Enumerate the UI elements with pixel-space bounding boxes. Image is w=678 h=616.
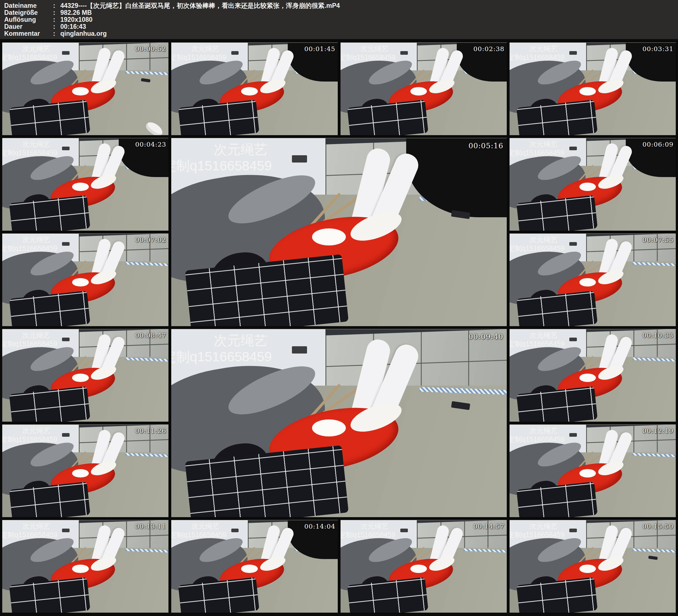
watermark: 次元绳艺 定制q1516658459 (341, 44, 396, 62)
watermark: 次元绳艺 定制q1516658459 (171, 142, 272, 174)
video-thumbnail[interactable]: 次元绳艺 定制q1516658459 00:13:11 (2, 520, 168, 613)
watermark-line2: 定制q1516658459 (2, 53, 57, 62)
watermark-line2: 定制q1516658459 (2, 531, 57, 539)
watermark: 次元绳艺 定制q1516658459 (510, 44, 565, 62)
wall-socket-shape (62, 338, 70, 341)
watermark-line1: 次元绳艺 (510, 426, 565, 435)
timestamp-overlay: 00:07:02 (135, 236, 166, 243)
timestamp-overlay: 00:14:57 (473, 523, 504, 530)
video-thumbnail[interactable]: 次元绳艺 定制q1516658459 00:14:04 (171, 520, 337, 613)
fur-collar-shape (579, 87, 596, 95)
fur-collar-shape (579, 469, 596, 477)
fur-collar-shape (579, 374, 596, 382)
file-info-header: Dateiname : 44329----【次元绳艺】白丝圣诞双马尾，初次体验棒… (0, 0, 678, 39)
separator: : (53, 30, 60, 37)
file-info-row-duration: Dauer : 00:16:43 (4, 23, 678, 30)
timestamp-overlay: 00:04:23 (135, 141, 166, 148)
video-thumbnail[interactable]: 次元绳艺 定制q1516658459 00:06:09 (510, 138, 676, 231)
watermark: 次元绳艺 定制q1516658459 (510, 331, 565, 348)
watermark-line1: 次元绳艺 (171, 142, 272, 158)
watermark-line1: 次元绳艺 (510, 331, 565, 340)
watermark: 次元绳艺 定制q1516658459 (2, 426, 57, 444)
timestamp-overlay: 00:00:52 (135, 45, 166, 52)
wall-socket-shape (569, 242, 577, 246)
fur-collar-shape (579, 565, 596, 573)
filesize-label: Dateigröße (4, 9, 53, 16)
comment-value: qinglanhua.org (60, 30, 678, 37)
timestamp-overlay: 00:13:11 (135, 523, 166, 530)
fur-collar-shape (410, 565, 427, 573)
video-thumbnail[interactable]: 次元绳艺 定制q1516658459 00:14:57 (341, 520, 507, 613)
fur-collar-shape (579, 183, 596, 191)
resolution-label: Auflösung (4, 16, 53, 23)
wall-socket-shape (62, 242, 70, 246)
wall-socket-shape (400, 529, 408, 532)
watermark-line2: 定制q1516658459 (2, 435, 57, 444)
video-thumbnail[interactable]: 次元绳艺 定制q1516658459 00:10:33 (510, 329, 676, 422)
timestamp-overlay: 00:08:47 (135, 332, 166, 339)
watermark-line2: 定制q1516658459 (510, 244, 565, 253)
timestamp-overlay: 00:03:31 (643, 45, 674, 52)
video-thumbnail[interactable]: 次元绳艺 定制q1516658459 00:07:55 (510, 233, 676, 326)
video-thumbnail[interactable]: 次元绳艺 定制q1516658459 00:02:38 (341, 42, 507, 135)
watermark-line2: 定制q1516658459 (510, 531, 565, 539)
duration-value: 00:16:43 (60, 23, 678, 30)
watermark: 次元绳艺 定制q1516658459 (171, 333, 272, 365)
watermark-line2: 定制q1516658459 (171, 53, 226, 62)
fur-collar-shape (241, 87, 258, 95)
timestamp-overlay: 00:11:26 (135, 427, 166, 434)
file-info-row-comment: Kommentar : qinglanhua.org (4, 30, 678, 37)
wall-socket-shape (292, 346, 307, 354)
video-thumbnail[interactable]: 次元绳艺 定制q1516658459 00:03:31 (510, 42, 676, 135)
watermark-line2: 定制q1516658459 (2, 340, 57, 348)
video-thumbnail[interactable]: 次元绳艺 定制q1516658459 00:00:52 (2, 42, 168, 135)
watermark: 次元绳艺 定制q1516658459 (171, 522, 226, 539)
watermark-line1: 次元绳艺 (2, 235, 57, 244)
video-thumbnail[interactable]: 次元绳艺 定制q1516658459 00:08:47 (2, 329, 168, 422)
watermark-line2: 定制q1516658459 (510, 435, 565, 444)
fur-collar-shape (72, 278, 89, 286)
fur-collar-shape (72, 183, 89, 191)
separator: : (53, 23, 60, 30)
watermark: 次元绳艺 定制q1516658459 (2, 522, 57, 539)
separator: : (53, 9, 60, 16)
wall-socket-shape (62, 433, 70, 437)
watermark-line1: 次元绳艺 (171, 522, 226, 531)
watermark-line1: 次元绳艺 (510, 44, 565, 53)
video-thumbnail[interactable]: 次元绳艺 定制q1516658459 00:15:50 (510, 520, 676, 613)
video-thumbnail[interactable]: 次元绳艺 定制q1516658459 00:07:02 (2, 233, 168, 326)
timestamp-overlay: 00:05:16 (468, 142, 503, 150)
watermark: 次元绳艺 定制q1516658459 (510, 140, 565, 157)
wall-socket-shape (400, 51, 408, 55)
watermark: 次元绳艺 定制q1516658459 (2, 235, 57, 253)
timestamp-overlay: 00:01:45 (304, 45, 335, 52)
video-thumbnail[interactable]: 次元绳艺 定制q1516658459 00:04:23 (2, 138, 168, 231)
watermark-line2: 定制q1516658459 (171, 158, 272, 174)
wall-socket-shape (292, 155, 307, 163)
video-thumbnail[interactable]: 次元绳艺 定制q1516658459 00:11:26 (2, 424, 168, 517)
video-thumbnail[interactable]: 次元绳艺 定制q1516658459 00:01:45 (171, 42, 337, 135)
video-thumbnail[interactable]: 次元绳艺 定制q1516658459 00:05:16 (171, 138, 507, 326)
fur-collar-shape (312, 419, 346, 436)
fur-collar-shape (72, 565, 89, 573)
video-thumbnail[interactable]: 次元绳艺 定制q1516658459 00:12:19 (510, 424, 676, 517)
timestamp-overlay: 00:07:55 (643, 236, 674, 243)
wall-socket-shape (62, 529, 70, 532)
filesize-value: 982.26 MB (60, 9, 678, 16)
contact-sheet-page: { "header": { "separator": ":", "rows": … (0, 0, 678, 616)
file-info-row-filename: Dateiname : 44329----【次元绳艺】白丝圣诞双马尾，初次体验棒… (4, 2, 678, 9)
watermark: 次元绳艺 定制q1516658459 (510, 235, 565, 253)
watermark-line2: 定制q1516658459 (510, 340, 565, 348)
fur-collar-shape (579, 278, 596, 286)
video-thumbnail[interactable]: 次元绳艺 定制q1516658459 00:09:40 (171, 329, 507, 517)
watermark-line2: 定制q1516658459 (510, 149, 565, 157)
timestamp-overlay: 00:14:04 (304, 523, 335, 530)
wall-socket-shape (62, 147, 70, 150)
separator: : (53, 16, 60, 23)
fur-collar-shape (72, 469, 89, 477)
watermark: 次元绳艺 定制q1516658459 (2, 44, 57, 62)
timestamp-overlay: 00:09:40 (468, 333, 503, 341)
watermark-line2: 定制q1516658459 (2, 244, 57, 253)
timestamp-overlay: 00:12:19 (643, 427, 674, 434)
timestamp-overlay: 00:06:09 (643, 141, 674, 148)
